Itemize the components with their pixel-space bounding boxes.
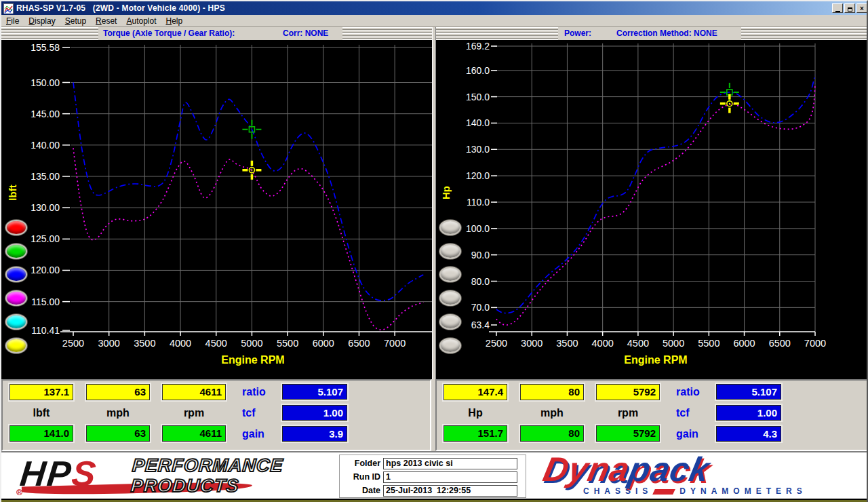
tcf-value: 1.00 — [282, 405, 347, 421]
hps-tagline: PERFORMANCE PRODUCTS — [130, 455, 284, 496]
svg-text:7000: 7000 — [804, 338, 826, 349]
folder-label: Folder — [340, 459, 383, 468]
window-title: RHAS-SP V1.7-05 (2WD - Motor Vehicle 400… — [16, 3, 225, 13]
speed-yellow-value: 80 — [520, 384, 584, 400]
svg-text:155.58: 155.58 — [31, 42, 60, 53]
run-select-button-power-2[interactable] — [439, 267, 461, 282]
power-readout-panel: 147.4 80 5792 Hp mph rpm 151.7 80 5792 r… — [435, 379, 868, 451]
minimize-icon — [835, 11, 840, 12]
svg-text:3500: 3500 — [556, 338, 578, 349]
run-select-button-power-1[interactable] — [439, 244, 461, 259]
svg-text:5500: 5500 — [698, 338, 719, 349]
power-chart-plot[interactable]: 2500300035004000450050005500600065007000… — [433, 40, 868, 380]
run-select-button-torque-5[interactable] — [5, 338, 27, 353]
svg-text:160.0: 160.0 — [466, 65, 490, 76]
svg-text:lbft: lbft — [7, 185, 18, 200]
restore-button[interactable] — [844, 3, 855, 13]
menu-setup[interactable]: Setup — [60, 16, 91, 26]
svg-text:Hp: Hp — [440, 186, 452, 199]
svg-text:120.0: 120.0 — [466, 170, 490, 181]
run-id-input[interactable] — [383, 471, 517, 483]
speed-yellow-value: 63 — [86, 384, 150, 400]
dynapack-logo: Dynapack CHASSISDYNAMOMETERS — [544, 452, 856, 497]
menu-display[interactable]: Display — [24, 16, 60, 26]
dynapack-wordmark: Dynapack — [540, 450, 714, 489]
svg-text:6000: 6000 — [313, 338, 334, 349]
svg-text:70.0: 70.0 — [471, 302, 490, 313]
menu-autoplot[interactable]: Autoplot — [121, 16, 161, 26]
svg-text:4000: 4000 — [592, 338, 614, 349]
torque-header-title: Torque (Axle Torque / Gear Ratio): — [103, 27, 235, 40]
menu-reset[interactable]: Reset — [91, 16, 121, 26]
run-id-label: Run ID — [340, 472, 383, 482]
gain-value: 3.9 — [282, 426, 347, 442]
run-info-panel: Folder Run ID Date — [339, 455, 526, 498]
title-bar[interactable]: RHAS-SP V1.7-05 (2WD - Motor Vehicle 400… — [1, 1, 868, 15]
tcf-label: tcf — [676, 407, 690, 419]
svg-text:130.00: 130.00 — [31, 202, 60, 213]
run-select-button-torque-0[interactable] — [5, 220, 27, 235]
svg-text:6500: 6500 — [348, 338, 370, 349]
torque-readout-panel: 137.1 63 4611 lbft mph rpm 141.0 63 4611… — [1, 379, 431, 451]
date-input[interactable] — [383, 485, 517, 497]
power-green-value: 151.7 — [443, 425, 507, 442]
power-header: Power: Correction Method: NONE — [558, 27, 741, 40]
svg-text:2500: 2500 — [486, 338, 507, 349]
ratio-label: ratio — [676, 386, 700, 398]
power-header-title: Power: — [564, 27, 591, 40]
restore-icon — [848, 7, 852, 12]
speed-green-value: 63 — [86, 425, 150, 442]
menu-help[interactable]: Help — [161, 16, 188, 26]
run-select-button-power-4[interactable] — [439, 314, 461, 330]
hps-logo: R HPS PERFORMANCE PRODUCTS — [15, 454, 327, 497]
rpm-unit-label: rpm — [595, 407, 660, 419]
svg-text:110.41: 110.41 — [31, 325, 60, 336]
torque-unit-label: lbft — [9, 407, 74, 419]
readout-section: 137.1 63 4611 lbft mph rpm 141.0 63 4611… — [1, 379, 868, 451]
svg-text:140.0: 140.0 — [466, 117, 490, 128]
svg-text:63.4: 63.4 — [471, 320, 490, 330]
run-select-button-torque-3[interactable] — [5, 290, 27, 306]
svg-text:6500: 6500 — [769, 338, 791, 349]
close-button[interactable]: × — [856, 3, 867, 13]
speed-green-value: 80 — [520, 425, 584, 442]
power-yellow-value: 147.4 — [443, 384, 507, 400]
svg-text:5000: 5000 — [663, 338, 684, 349]
run-select-button-power-5[interactable] — [439, 338, 461, 353]
svg-text:Engine RPM: Engine RPM — [221, 354, 284, 366]
torque-yellow-value: 137.1 — [9, 384, 73, 400]
minimize-button[interactable] — [832, 3, 843, 13]
rpm-green-value: 5792 — [596, 425, 660, 442]
run-select-button-torque-4[interactable] — [5, 314, 27, 330]
svg-text:90.0: 90.0 — [471, 250, 490, 260]
run-select-button-power-0[interactable] — [439, 220, 461, 235]
menu-file[interactable]: File — [1, 16, 24, 26]
folder-input[interactable] — [383, 458, 517, 469]
run-select-button-torque-2[interactable] — [5, 267, 27, 282]
ratio-label: ratio — [242, 386, 266, 398]
menu-bar: File Display Setup Reset Autoplot Help — [1, 15, 868, 27]
svg-text:169.2: 169.2 — [466, 41, 490, 52]
svg-text:6000: 6000 — [733, 338, 755, 349]
gain-value: 4.3 — [716, 426, 781, 442]
tcf-label: tcf — [242, 407, 256, 419]
torque-chart-panel: 2500300035004000450050005500600065007000… — [1, 40, 433, 380]
torque-header: Torque (Axle Torque / Gear Ratio): Corr:… — [98, 27, 342, 40]
run-select-button-power-3[interactable] — [439, 290, 461, 306]
run-select-button-torque-1[interactable] — [5, 244, 27, 259]
torque-chart-plot[interactable]: 2500300035004000450050005500600065007000… — [1, 40, 433, 380]
rpm-unit-label: rpm — [161, 407, 226, 419]
svg-text:145.00: 145.00 — [31, 109, 60, 119]
panel-divider — [432, 27, 436, 380]
hps-wordmark: HPS — [18, 454, 99, 493]
power-chart-panel: 2500300035004000450050005500600065007000… — [433, 40, 868, 380]
app-icon — [3, 3, 14, 14]
svg-text:3000: 3000 — [98, 338, 120, 349]
power-header-corr: Correction Method: NONE — [616, 27, 717, 40]
svg-text:5000: 5000 — [241, 338, 262, 349]
svg-text:7000: 7000 — [384, 338, 406, 349]
svg-text:3000: 3000 — [521, 338, 542, 349]
svg-text:150.0: 150.0 — [466, 92, 490, 102]
svg-text:4500: 4500 — [627, 338, 649, 349]
svg-text:120.00: 120.00 — [31, 265, 60, 275]
